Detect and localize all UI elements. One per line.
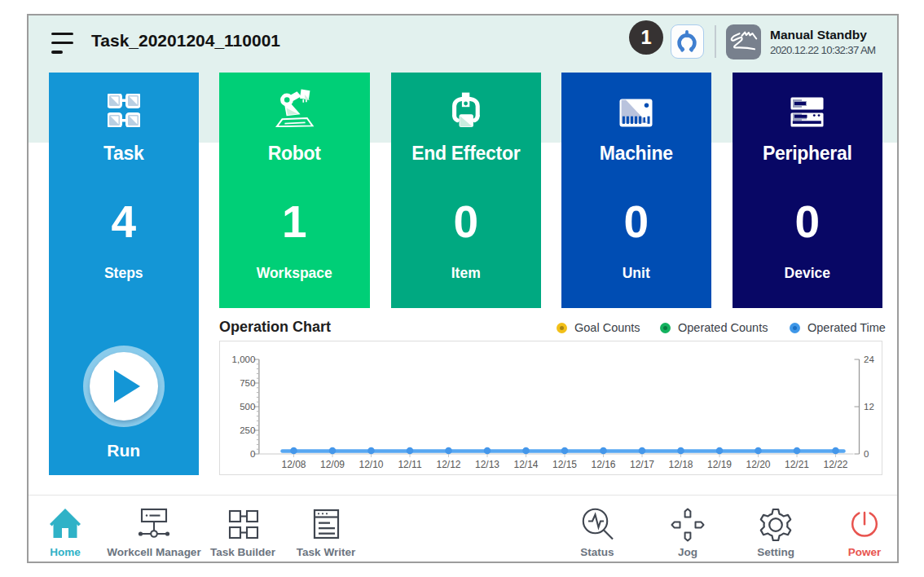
svg-text:12/15: 12/15 — [552, 459, 576, 470]
svg-text:12/18: 12/18 — [668, 459, 693, 470]
svg-text:12/12: 12/12 — [436, 459, 460, 470]
svg-text:0: 0 — [864, 449, 869, 459]
svg-text:12/20: 12/20 — [746, 459, 770, 470]
svg-text:750: 750 — [240, 378, 255, 388]
svg-text:12/16: 12/16 — [591, 459, 615, 470]
svg-text:12/19: 12/19 — [706, 459, 731, 470]
svg-text:12/22: 12/22 — [823, 459, 847, 470]
svg-text:250: 250 — [240, 425, 255, 435]
svg-text:12: 12 — [864, 402, 874, 412]
svg-text:12/10: 12/10 — [359, 459, 383, 470]
svg-text:12/17: 12/17 — [629, 459, 653, 470]
svg-text:12/14: 12/14 — [513, 459, 538, 470]
svg-text:12/11: 12/11 — [398, 459, 421, 470]
svg-text:500: 500 — [240, 402, 255, 412]
svg-text:12/21: 12/21 — [784, 459, 808, 470]
svg-text:0: 0 — [249, 449, 254, 459]
svg-text:24: 24 — [864, 355, 874, 364]
svg-text:12/09: 12/09 — [319, 459, 344, 470]
svg-text:1,000: 1,000 — [231, 355, 255, 364]
svg-text:12/08: 12/08 — [281, 459, 306, 470]
svg-text:12/13: 12/13 — [474, 459, 499, 470]
